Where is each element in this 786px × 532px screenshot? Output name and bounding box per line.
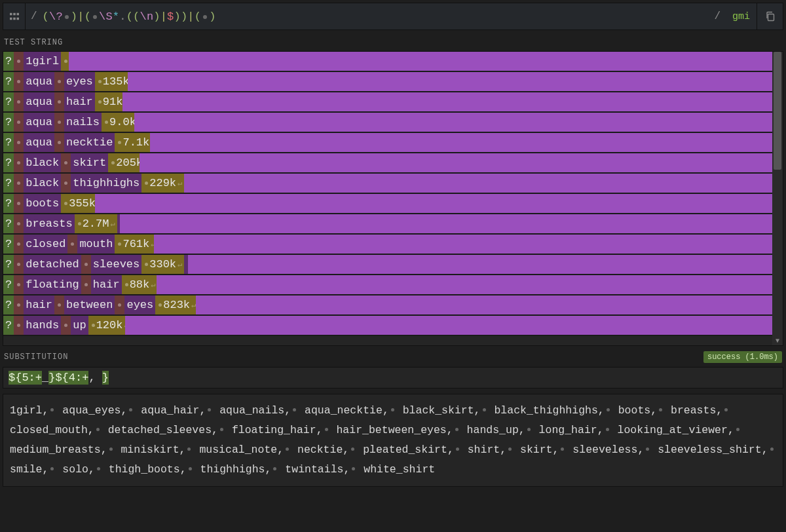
tag-word: 1girl	[24, 52, 61, 71]
regex-token: (	[84, 10, 91, 23]
result-sep-comma: ,	[447, 444, 454, 456]
section-header-test-string: TEST STRING	[0, 33, 786, 51]
match-group-2: 761k↵	[115, 235, 157, 254]
space-match	[14, 194, 24, 213]
space-dot-icon	[273, 467, 276, 470]
match-group-2: 120k↵	[88, 316, 131, 335]
regex-flags[interactable]: gmi	[726, 3, 757, 29]
result-item: thigh_boots	[109, 463, 180, 476]
space-dot-icon	[659, 408, 662, 411]
result-sep-comma: ,	[500, 444, 506, 456]
space-match	[14, 52, 24, 71]
regex-token: )	[174, 10, 181, 23]
result-sep-comma: ,	[728, 424, 734, 436]
section-header-substitution: SUBSTITUTION success (1.0ms)	[0, 346, 786, 367]
result-sep-comma: ,	[180, 463, 187, 476]
space-dot-icon	[770, 447, 774, 451]
result-item: looking_at_viewer	[618, 424, 728, 436]
result-item: closed_mouth	[10, 424, 88, 436]
tag-word: aqua	[24, 92, 54, 111]
line-tail-match	[122, 92, 772, 111]
scroll-thumb[interactable]	[774, 52, 781, 170]
space-dot-icon	[456, 447, 459, 451]
space-match	[14, 72, 24, 91]
substitution-result[interactable]: 1girl, aqua_eyes, aqua_hair, aqua_nails,…	[3, 394, 783, 487]
result-sep-comma: ,	[519, 424, 525, 436]
regex-bar: / (\?)|(\S*.((\n)|$))|() / gmi	[3, 3, 783, 30]
match-group-1: ?	[3, 316, 14, 335]
svg-rect-5	[16, 18, 19, 20]
subst-literal: ,	[88, 371, 95, 384]
tag-word: necktie	[64, 133, 115, 152]
space-dot-icon	[561, 447, 564, 451]
space-dot-icon	[736, 428, 739, 431]
regex-token: \n	[140, 10, 153, 23]
space-dot-icon	[97, 467, 100, 470]
result-item: solo	[62, 463, 88, 476]
tag-word: detached	[24, 255, 81, 274]
scroll-down-icon[interactable]: ▼	[772, 337, 783, 345]
match-group-2: 823k↵	[155, 295, 198, 314]
match-group-1: ?	[3, 295, 14, 314]
result-sep-comma: ,	[597, 424, 604, 436]
result-sep-comma: ,	[762, 444, 768, 456]
test-line: ?breasts2.7M↵	[3, 214, 772, 235]
space-match	[54, 72, 64, 91]
test-string-scrollbar[interactable]: ▲ ▼	[772, 52, 783, 345]
result-item: long_hair	[539, 424, 597, 436]
space-match	[67, 235, 77, 254]
space-match	[14, 316, 24, 335]
result-sep-comma: ,	[343, 463, 350, 476]
result-sep-comma: ,	[447, 424, 453, 436]
test-line: ?aquahair91k↵	[3, 92, 772, 113]
status-time: (1.0ms)	[745, 352, 778, 362]
line-tail-match	[150, 133, 772, 152]
regex-token: .	[119, 10, 126, 23]
tag-word: hair	[24, 295, 54, 314]
test-line: ?hairbetweeneyes823k↵	[3, 295, 772, 316]
substitution-input[interactable]: ${5:+_}${4:+, }	[3, 367, 783, 389]
space-marker-icon	[65, 15, 69, 19]
result-item: boots	[618, 404, 651, 417]
line-tail-match	[154, 235, 772, 254]
regex-token: )	[71, 10, 77, 23]
regex-pattern-input[interactable]: (\?)|(\S*.((\n)|$))|()	[43, 3, 709, 29]
space-match	[54, 133, 64, 152]
tag-count: 2.7M	[83, 218, 109, 230]
regex-token: )	[181, 10, 187, 23]
match-group-1: ?	[3, 275, 14, 294]
test-line: ?detachedsleeves330k↵	[3, 255, 772, 275]
regex-token: )	[209, 10, 215, 23]
match-group-1: ?	[3, 153, 14, 172]
space-match	[115, 295, 124, 314]
tag-word: boots	[24, 194, 61, 213]
space-match	[54, 295, 64, 314]
svg-rect-6	[768, 14, 774, 21]
tag-word: black	[24, 153, 61, 172]
regex-options-button[interactable]	[3, 3, 26, 29]
space-match	[14, 295, 24, 314]
space-dot-icon	[646, 447, 649, 451]
tag-count: 88k	[130, 278, 150, 291]
copy-regex-button[interactable]	[757, 3, 783, 29]
tag-count: 9.0k	[109, 116, 136, 128]
space-match	[14, 174, 24, 193]
test-line: ?blackskirt205k↵	[3, 153, 772, 174]
match-group-1: ?	[3, 113, 14, 132]
result-item: hands_up	[467, 424, 519, 436]
result-item: pleated_skirt	[363, 444, 447, 456]
regex-token: |	[160, 10, 167, 23]
substitution-label: SUBSTITUTION	[4, 352, 68, 362]
result-sep-comma: ,	[43, 404, 49, 417]
space-dot-icon	[606, 428, 609, 431]
test-string-pane[interactable]: ?1girl4.7M↵?aquaeyes135k↵?aquahair91k↵?a…	[3, 51, 783, 346]
newline-icon: ↵	[176, 259, 182, 269]
result-sep-comma: ,	[598, 404, 605, 417]
space-dot-icon	[220, 428, 223, 431]
result-sep-comma: ,	[316, 424, 323, 436]
tag-word: closed	[24, 235, 67, 254]
match-group-2: 229k↵	[141, 174, 184, 193]
regex-token: |	[77, 10, 84, 23]
line-tail-match	[128, 72, 772, 91]
tag-word: skirt	[71, 153, 108, 172]
